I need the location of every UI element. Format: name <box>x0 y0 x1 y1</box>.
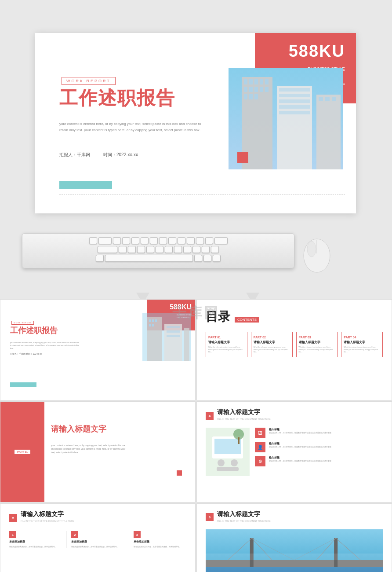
svg-rect-2 <box>244 79 247 84</box>
thumb4-num: 4 <box>206 412 214 420</box>
key <box>192 246 200 253</box>
thumb3-small-sq <box>177 470 182 476</box>
key <box>205 237 213 244</box>
svg-rect-23 <box>325 97 330 101</box>
slide-thumb-3: PART 01 请输入标题文字 your content is entered … <box>0 401 196 502</box>
svg-rect-15 <box>277 86 312 169</box>
thumb6-en: FILL IN THE TEXT OF THE DOCUMENT TITLE H… <box>217 520 271 522</box>
thumb1-building <box>142 313 191 361</box>
item-2: 2 单击添加标题 请在此处添加具体内容，文字尽量言简意赅，简单说明即可。 <box>71 531 124 548</box>
thumb5-title: 请输入标题文字 <box>21 510 74 518</box>
svg-rect-59 <box>206 554 383 560</box>
svg-rect-6 <box>265 79 269 84</box>
part-04-label: PART 04 <box>344 336 380 339</box>
thumb6-num: 6 <box>206 513 214 521</box>
part-03-desc: What the relevant content you need here.… <box>299 346 335 353</box>
svg-point-27 <box>307 241 316 257</box>
key <box>165 246 173 253</box>
thumb2-heading: 目录 CONTENTS <box>206 308 383 325</box>
key <box>96 255 104 262</box>
svg-rect-51 <box>250 538 254 567</box>
svg-rect-19 <box>279 105 310 109</box>
part-01: PART 01 请输入标题文字 What the relevant conten… <box>206 332 247 357</box>
icon-text-1: 输入标题 建议正文8-14字，1.3倍字间距，标题数字等都可以适当点点和重新输入… <box>269 428 331 434</box>
thumb1-title: 工作述职报告 <box>10 325 58 336</box>
svg-point-43 <box>218 459 225 466</box>
part-01-desc: What the relevant content you need here.… <box>208 346 245 353</box>
svg-rect-18 <box>279 99 310 103</box>
svg-rect-20 <box>279 111 310 114</box>
icon-label-3: 输入标题 <box>269 456 331 460</box>
work-report-badge: WORK REPORT <box>62 77 116 85</box>
svg-rect-17 <box>279 94 310 97</box>
thumb5-items: 1 单击添加标题 请在此处添加具体内容，文字尽量言简意赅，简单说明即可。 2 单… <box>9 531 186 548</box>
thumb5-num: 5 <box>9 514 17 522</box>
svg-rect-36 <box>152 324 154 326</box>
main-slide-preview: 588KU BUSINESS STYLE PPT TEMPLATE WORK R… <box>35 33 356 213</box>
part-01-title: 请输入标题文字 <box>208 340 245 345</box>
svg-rect-38 <box>167 330 180 333</box>
slide-thumb-2: 目录 CONTENTS PART 01 请输入标题文字 What the rel… <box>196 299 392 400</box>
key <box>213 255 221 262</box>
svg-rect-3 <box>249 79 253 84</box>
key <box>156 246 163 253</box>
svg-rect-12 <box>244 94 247 99</box>
key <box>128 246 136 253</box>
part-02-desc: What the relevant content you need here.… <box>254 346 290 353</box>
svg-rect-8 <box>249 87 253 92</box>
brand-number: 588KU <box>289 42 345 61</box>
item-1: 1 单击添加标题 请在此处添加具体内容，文字尽量言简意赅，简单说明即可。 <box>9 531 62 548</box>
keyboard-area <box>22 233 316 275</box>
key <box>178 237 185 244</box>
item-desc-3: 请在此处添加具体内容，文字尽量言简意赅，简单说明即可。 <box>134 546 186 548</box>
mouse-svg <box>301 234 334 273</box>
slide-thumb-6: 6 请输入标题文字 FILL IN THE TEXT OF THE DOCUME… <box>196 503 392 572</box>
svg-rect-47 <box>238 437 240 444</box>
key <box>203 255 211 262</box>
thumb3-part-badge: PART 01 <box>15 450 30 454</box>
svg-rect-31 <box>184 328 189 361</box>
icon-text-3: 输入标题 建议正文8-14字，1.3倍字间距，标题数字等都可以适当点点和重新输入… <box>269 456 331 462</box>
svg-rect-21 <box>316 95 341 169</box>
key <box>119 246 127 253</box>
svg-rect-45 <box>217 467 239 471</box>
small-red-square <box>237 152 248 163</box>
part-02: PART 02 请输入标题文字 What the relevant conten… <box>251 332 293 357</box>
divider-2 <box>129 531 129 548</box>
key <box>183 246 191 253</box>
thumb2-parts: PART 01 请输入标题文字 What the relevant conten… <box>206 332 383 357</box>
thumb5-en: FILL IN THE TEXT OF THE DOCUMENT TITLE H… <box>21 520 74 522</box>
key <box>141 237 149 244</box>
item-desc-2: 请在此处添加具体内容，文字尽量言简意赅，简单说明即可。 <box>71 546 124 548</box>
key <box>98 237 112 244</box>
svg-rect-35 <box>149 324 151 326</box>
part-04: PART 04 请输入标题文字 What the relevant conten… <box>341 332 383 357</box>
icon-desc-2: 建议正文8-14字，1.3倍字间距，标题数字等都可以适当点点和重新输入进行更改 <box>269 446 331 448</box>
key <box>174 246 182 253</box>
part-03-title: 请输入标题文字 <box>299 340 335 345</box>
part-04-desc: What the relevant content you need here.… <box>344 346 380 353</box>
key <box>146 246 154 253</box>
key <box>194 255 202 262</box>
svg-rect-14 <box>254 94 258 99</box>
key <box>159 237 167 244</box>
svg-rect-24 <box>332 97 336 101</box>
svg-rect-13 <box>249 94 253 99</box>
thumb4-icon-list: 🖼 输入标题 建议正文8-14字，1.3倍字间距，标题数字等都可以适当点点和重新… <box>255 428 383 476</box>
thumb1-desc: your content is entered here, or by copy… <box>10 341 80 350</box>
key <box>131 237 139 244</box>
description-text: your content is entered here, or by copy… <box>59 121 209 133</box>
thumb1-teal <box>10 382 36 387</box>
icon-label-2: 输入标题 <box>269 442 331 446</box>
slide-thumb-4: 4 请输入标题文字 FILL IN THE TEXT OF THE DOCUME… <box>196 401 392 502</box>
thumb2-heading-cn: 目录 <box>206 308 230 325</box>
thumb3-main-title: 请输入标题文字 <box>51 424 126 434</box>
icon-text-2: 输入标题 建议正文8-14字，1.3倍字间距，标题数字等都可以适当点点和重新输入… <box>269 442 331 448</box>
thumb4-title: 请输入标题文字 <box>217 408 271 416</box>
svg-rect-9 <box>254 87 258 92</box>
svg-rect-37 <box>167 326 180 328</box>
part-04-title: 请输入标题文字 <box>344 340 380 345</box>
item-num-1: 1 <box>9 531 16 538</box>
item-label-2: 单击添加标题 <box>71 540 124 544</box>
svg-rect-30 <box>164 324 182 361</box>
